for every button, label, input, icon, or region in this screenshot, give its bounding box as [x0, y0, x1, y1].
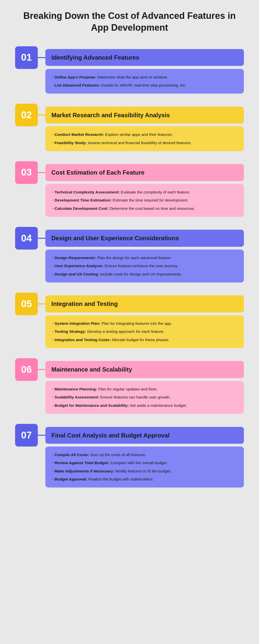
- bullet-item: · Budget for Maintenance and Scalability…: [52, 402, 237, 409]
- content-box-03: · Technical Complexity Assessment: Evalu…: [45, 184, 244, 217]
- section-03: 03Cost Estimation of Each Feature· Techn…: [15, 161, 244, 217]
- number-badge-05: 05: [15, 293, 38, 315]
- connector-06: [38, 369, 45, 370]
- bullet-item: · System Integration Plan: Plan for inte…: [52, 320, 237, 327]
- bullet-item: · Integration and Testing Costs: Allocat…: [52, 337, 237, 343]
- content-box-07: · Compile All Costs: Sum up the costs of…: [45, 447, 244, 488]
- connector-07: [38, 435, 45, 436]
- title-box-01: Identifying Advanced Features: [45, 49, 244, 66]
- number-badge-04: 04: [15, 227, 38, 250]
- number-badge-07: 07: [15, 424, 38, 447]
- bullet-item: · User Experience Analysis: Ensure featu…: [52, 263, 237, 269]
- section-02: 02Market Research and Feasibility Analys…: [15, 104, 244, 151]
- content-box-06: · Maintenance Planning: Plan for regular…: [45, 381, 244, 414]
- bullet-item: · Feasibility Study: Assess technical an…: [52, 140, 237, 146]
- bullet-item: · Scalability Assessment: Ensure feature…: [52, 394, 237, 400]
- title-box-07: Final Cost Analysis and Budget Approval: [45, 427, 244, 444]
- bullet-item: · Design and UX Costing: Include costs f…: [52, 271, 237, 277]
- section-05: 05Integration and Testing· System Integr…: [15, 293, 244, 348]
- bullet-item: · Compile All Costs: Sum up the costs of…: [52, 452, 237, 458]
- section-07: 07Final Cost Analysis and Budget Approva…: [15, 424, 244, 488]
- number-badge-06: 06: [15, 358, 38, 381]
- title-box-06: Maintenance and Scalability: [45, 361, 244, 378]
- section-01: 01Identifying Advanced Features· Define …: [15, 46, 244, 94]
- title-box-04: Design and User Experience Consideration…: [45, 230, 244, 247]
- bullet-item: · Design Requirements: Plan the design f…: [52, 255, 237, 261]
- page-title: Breaking Down the Cost of Advanced Featu…: [15, 10, 244, 34]
- section-04: 04Design and User Experience Considerati…: [15, 227, 244, 283]
- section-06: 06Maintenance and Scalability· Maintenan…: [15, 358, 244, 414]
- number-badge-03: 03: [15, 161, 38, 184]
- connector-04: [38, 238, 45, 239]
- bullet-item: · Conduct Market Research: Explore simil…: [52, 131, 237, 138]
- content-box-02: · Conduct Market Research: Explore simil…: [45, 126, 244, 151]
- number-badge-01: 01: [15, 46, 38, 69]
- connector-03: [38, 172, 45, 173]
- bullet-item: · List Advanced Features: Include AI, AR…: [52, 82, 237, 89]
- connector-02: [38, 114, 45, 115]
- content-box-04: · Design Requirements: Plan the design f…: [45, 250, 244, 283]
- content-box-05: · System Integration Plan: Plan for inte…: [45, 315, 244, 348]
- title-box-02: Market Research and Feasibility Analysis: [45, 107, 244, 124]
- content-box-01: · Define App's Purpose: Determine what t…: [45, 69, 244, 94]
- title-box-03: Cost Estimation of Each Feature: [45, 164, 244, 181]
- bullet-item: · Development Time Estimation: Estimate …: [52, 197, 237, 204]
- bullet-item: · Maintenance Planning: Plan for regular…: [52, 386, 237, 392]
- bullet-item: · Review Against Total Budget: Compare w…: [52, 460, 237, 466]
- bullet-item: · Budget Approval: Finalize the budget w…: [52, 476, 237, 482]
- bullet-item: · Calculate Development Cost: Determine …: [52, 205, 237, 212]
- number-badge-02: 02: [15, 104, 38, 126]
- bullet-item: · Testing Strategy: Develop a testing ap…: [52, 328, 237, 335]
- connector-05: [38, 303, 45, 304]
- bullet-item: · Technical Complexity Assessment: Evalu…: [52, 189, 237, 195]
- connector-01: [38, 57, 45, 58]
- title-box-05: Integration and Testing: [45, 295, 244, 312]
- bullet-item: · Define App's Purpose: Determine what t…: [52, 74, 237, 80]
- bullet-item: · Make Adjustments if Necessary: Modify …: [52, 468, 237, 474]
